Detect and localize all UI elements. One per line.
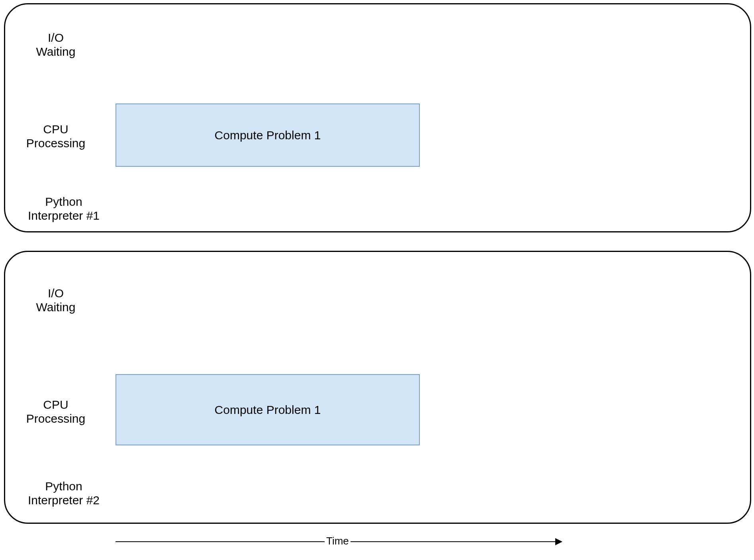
task-box-2: Compute Problem 1 [116,374,420,445]
io-waiting-label-2: I/O Waiting [28,287,84,314]
diagram-canvas: I/O Waiting CPU Processing Compute Probl… [0,0,754,560]
interpreter-label-2: Python Interpreter #2 [16,480,112,507]
interpreter-label-1: Python Interpreter #1 [16,195,112,222]
cpu-processing-label-1: CPU Processing [16,123,96,150]
task-box-1: Compute Problem 1 [116,103,420,167]
task-box-1-label: Compute Problem 1 [215,129,321,142]
cpu-processing-label-2: CPU Processing [16,398,96,425]
time-axis-label: Time [325,535,351,547]
io-waiting-label-1: I/O Waiting [28,31,84,59]
task-box-2-label: Compute Problem 1 [215,403,321,417]
